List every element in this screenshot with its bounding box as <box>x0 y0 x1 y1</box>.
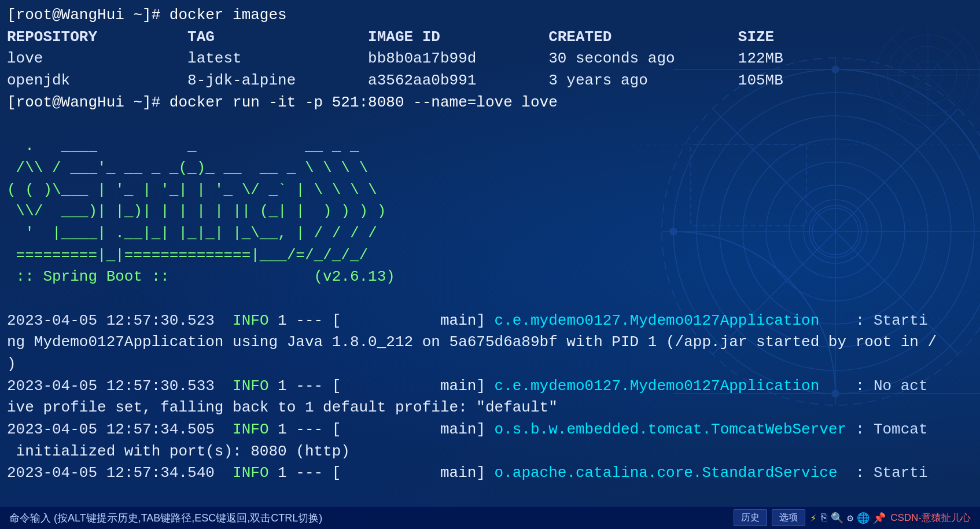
log-logger-1: c.e.mydemo0127.Mydemo0127Application <box>495 312 820 329</box>
log-level-2: INFO <box>233 377 268 395</box>
log-line-1-cont: ng Mydemo0127Application using Java 1.8.… <box>7 332 973 354</box>
log-thread-4: main] <box>440 464 485 482</box>
docker-images-header: REPOSITORY TAG IMAGE ID CREATED SIZE <box>7 27 973 49</box>
log-pid-3: 1 --- [ <box>278 421 341 438</box>
log-msg-4: : Starti <box>856 464 928 482</box>
log-line-3-cont: initialized with port(s): 8080 (http) <box>7 441 973 463</box>
csdn-branding: CSDN-意猿扯儿心 <box>890 511 971 524</box>
lightning-icon: ⚡ <box>810 512 816 524</box>
log-timestamp-4: 2023-04-05 12:57:34.540 <box>7 464 215 482</box>
docker-image-row-openjdk: openjdk 8-jdk-alpine a3562aa0b991 3 year… <box>7 70 973 92</box>
springboot-ascii-6: =========|_|==============|___/=/_/_/_/ <box>7 245 973 267</box>
log-msg-2: : No act <box>856 377 928 395</box>
command-line-2: [root@WangHui ~]# docker run -it -p 521:… <box>7 92 973 114</box>
log-line-2: 2023-04-05 12:57:30.533 INFO 1 --- [ mai… <box>7 376 973 398</box>
log-logger-2: c.e.mydemo0127.Mydemo0127Application <box>495 377 820 395</box>
log-line-2-cont: ive profile set, falling back to 1 defau… <box>7 397 973 419</box>
log-pid-2: 1 --- [ <box>278 377 341 395</box>
command-line-1: [root@WangHui ~]# docker images <box>7 5 973 27</box>
blank-line-1 <box>7 113 973 135</box>
copy-icon: ⎘ <box>821 512 827 524</box>
log-thread-1: main] <box>440 312 485 329</box>
log-msg-1: : Starti <box>856 312 928 329</box>
log-thread-2: main] <box>440 377 485 395</box>
log-msg-3: : Tomcat <box>856 421 928 438</box>
log-timestamp-3: 2023-04-05 12:57:34.505 <box>7 421 215 438</box>
status-hint-text: 命令输入 (按ALT键提示历史,TAB键路径,ESC键返回,双击CTRL切换) <box>9 511 322 525</box>
springboot-ascii-3: ( ( )\___ | '_ | '_| | '_ \/ _` | \ \ \ … <box>7 179 973 201</box>
status-right-group: 历史 选项 ⚡ ⎘ 🔍 ⚙ 🌐 📌 CSDN-意猿扯儿心 <box>734 509 971 526</box>
pin-icon: 📌 <box>873 512 886 524</box>
docker-image-row-love: love latest bb8b0a17b99d 30 seconds ago … <box>7 48 973 70</box>
log-logger-4: o.apache.catalina.core.StandardService <box>495 464 838 482</box>
log-logger-3: o.s.b.w.embedded.tomcat.TomcatWebServer <box>495 421 847 438</box>
options-button[interactable]: 选项 <box>772 509 805 526</box>
terminal-output: [root@WangHui ~]# docker images REPOSITO… <box>0 0 980 506</box>
blank-line-2 <box>7 288 973 310</box>
log-timestamp-2: 2023-04-05 12:57:30.533 <box>7 377 215 395</box>
log-level-1: INFO <box>233 312 268 329</box>
springboot-ascii-2: /\\ / ___'_ __ _ _(_)_ __ __ _ \ \ \ \ <box>7 157 973 179</box>
springboot-ascii-4: \\/ ___)| |_)| | | | | || (_| | ) ) ) ) <box>7 201 973 223</box>
status-icons: ⎘ 🔍 ⚙ 🌐 📌 <box>821 512 886 524</box>
terminal-container: [root@WangHui ~]# docker images REPOSITO… <box>0 0 980 529</box>
log-level-4: INFO <box>233 464 268 482</box>
log-line-4: 2023-04-05 12:57:34.540 INFO 1 --- [ mai… <box>7 462 973 484</box>
log-line-3: 2023-04-05 12:57:34.505 INFO 1 --- [ mai… <box>7 419 973 441</box>
springboot-ascii-7: :: Spring Boot :: (v2.6.13) <box>7 266 973 288</box>
log-line-1-cont2: ) <box>7 354 973 376</box>
log-level-3: INFO <box>233 421 268 438</box>
springboot-ascii-5: ' |____| .__|_| |_|_| |_\__, | / / / / <box>7 223 973 245</box>
history-button[interactable]: 历史 <box>734 509 767 526</box>
log-pid-1: 1 --- [ <box>278 312 341 329</box>
log-timestamp-1: 2023-04-05 12:57:30.523 <box>7 312 215 329</box>
search-status-icon: 🔍 <box>831 512 843 524</box>
status-bar: 命令输入 (按ALT键提示历史,TAB键路径,ESC键返回,双击CTRL切换) … <box>0 506 980 529</box>
log-thread-3: main] <box>440 421 485 438</box>
network-icon: 🌐 <box>857 512 870 524</box>
gear-status-icon: ⚙ <box>847 512 853 524</box>
springboot-ascii-1: . ____ _ __ _ _ <box>7 135 973 157</box>
log-pid-4: 1 --- [ <box>278 464 341 482</box>
log-line-1: 2023-04-05 12:57:30.523 INFO 1 --- [ mai… <box>7 310 973 332</box>
